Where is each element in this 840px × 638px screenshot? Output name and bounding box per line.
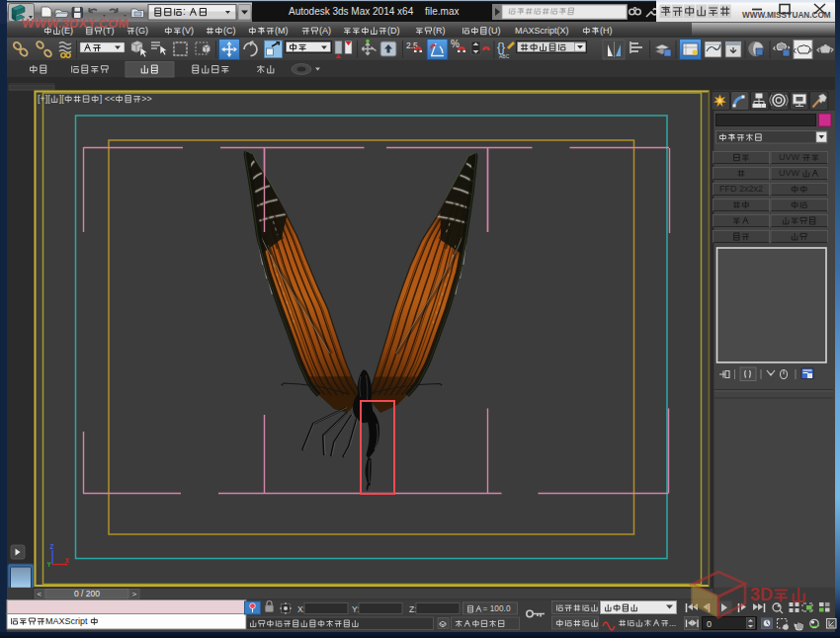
svg-text:MAXScript: MAXScript: [45, 616, 88, 626]
svg-text:(U): (U): [488, 26, 501, 36]
svg-text:(A): (A): [319, 26, 331, 36]
svg-text:0: 0: [707, 619, 712, 629]
svg-text:Z:: Z:: [409, 604, 417, 614]
svg-text:(V): (V): [182, 26, 194, 36]
svg-text:...: ...: [669, 618, 676, 628]
svg-text:= 100.0: = 100.0: [483, 603, 511, 613]
svg-text:(D): (D): [387, 26, 400, 36]
svg-text:(H): (H): [600, 26, 613, 36]
svg-text:(C): (C): [223, 26, 236, 36]
svg-text:Y:: Y:: [352, 604, 360, 614]
svg-text:%: %: [451, 39, 460, 49]
svg-text:file.max: file.max: [425, 6, 459, 17]
svg-text:>>: >>: [141, 94, 152, 104]
svg-text:[+][: [+][: [38, 94, 50, 104]
svg-text:UVW: UVW: [779, 152, 800, 162]
svg-text:(M): (M): [275, 26, 289, 36]
svg-text:Autodesk 3ds Max 2014 x64: Autodesk 3ds Max 2014 x64: [289, 6, 414, 17]
svg-text:(G): (G): [135, 26, 148, 36]
svg-text:3D: 3D: [750, 585, 773, 604]
svg-text::: :: [183, 6, 186, 17]
svg-text:ABC: ABC: [499, 53, 510, 59]
svg-text:][: ][: [59, 94, 65, 104]
svg-text:>: >: [132, 590, 137, 598]
svg-text:FFD 2x2x2: FFD 2x2x2: [719, 184, 763, 194]
svg-text:0 / 200: 0 / 200: [74, 589, 100, 598]
svg-text:MAXScript(X): MAXScript(X): [515, 26, 569, 36]
svg-text:] <<: ] <<: [100, 94, 116, 104]
svg-text:<: <: [38, 590, 42, 598]
svg-text:WWW.MISSYUAN.COM: WWW.MISSYUAN.COM: [742, 11, 831, 20]
svg-text:(R): (R): [433, 26, 446, 36]
svg-text:UVW: UVW: [779, 168, 800, 178]
svg-text:WWW.3DXY.COM: WWW.3DXY.COM: [22, 16, 129, 31]
svg-text:Z: Z: [50, 543, 54, 550]
